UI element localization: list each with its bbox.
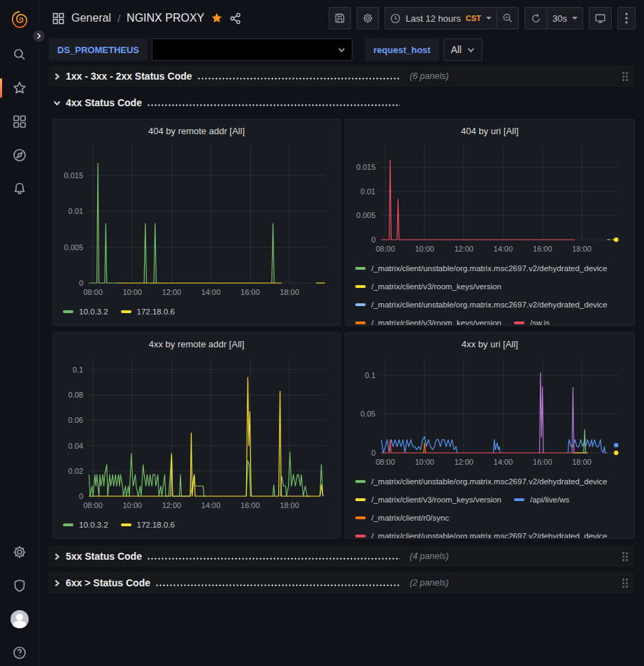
- save-dashboard-button[interactable]: [329, 7, 351, 29]
- request-host-variable-label[interactable]: request_host: [365, 38, 439, 61]
- configuration-nav-item[interactable]: [0, 535, 38, 569]
- svg-text:0.08: 0.08: [69, 391, 83, 399]
- row-header-4xx[interactable]: 4xx Status Code: [49, 92, 634, 113]
- breadcrumb-section[interactable]: General: [71, 12, 111, 24]
- sidebar-expand-button[interactable]: [31, 29, 46, 43]
- chevron-down-icon: [338, 46, 345, 54]
- legend: /_matrix/client/unstable/org.matrix.msc2…: [352, 472, 627, 539]
- legend-item[interactable]: /_matrix/client/unstable/org.matrix.msc2…: [355, 296, 608, 314]
- dotted-leader: [147, 556, 400, 560]
- refresh-interval-select[interactable]: 30s: [547, 7, 583, 29]
- search-icon: [13, 48, 27, 61]
- series-color-swatch: [63, 310, 73, 313]
- help-nav-item[interactable]: [0, 636, 38, 666]
- cycle-view-mode-button[interactable]: [589, 7, 612, 29]
- dotted-leader: [197, 75, 400, 80]
- zoom-out-time-button[interactable]: [496, 7, 519, 29]
- row-title: 4xx Status Code: [66, 97, 142, 108]
- more-options-button[interactable]: [617, 7, 636, 29]
- legend-item[interactable]: /_matrix/client/r0/sync: [355, 509, 449, 527]
- chevron-down-icon: [53, 99, 61, 107]
- breadcrumb: General / NGINX PROXY: [52, 12, 241, 25]
- panel-count: (6 panels): [410, 71, 449, 81]
- time-range-picker[interactable]: Last 12 hours CST: [385, 7, 496, 29]
- legend-item[interactable]: /_matrix/client/v3/room_keys/version: [355, 491, 501, 509]
- legend-item[interactable]: /_matrix/client/v3/room_keys/version: [355, 277, 501, 296]
- explore-nav-item[interactable]: [0, 138, 38, 172]
- datasource-variable-label[interactable]: DS_PROMETHEUS: [49, 38, 148, 61]
- dashboard-title[interactable]: NGINX PROXY: [127, 12, 204, 24]
- chart-canvas: 00.0050.010.01508:0010:0012:0014:0016:00…: [352, 143, 625, 256]
- row-header-5xx[interactable]: 5xx Status Code (4 panels): [49, 546, 634, 567]
- legend-item[interactable]: /_matrix/client/v3/room_keys/version: [355, 314, 501, 326]
- search-nav-item[interactable]: [0, 38, 38, 71]
- datasource-variable-select[interactable]: [152, 38, 352, 61]
- time-series-chart[interactable]: 00.0050.010.01508:0010:0012:0014:0016:00…: [352, 143, 627, 259]
- request-host-value: All: [451, 44, 462, 55]
- time-range-label: Last 12 hours: [406, 13, 461, 24]
- shield-icon: [13, 579, 27, 593]
- legend-item[interactable]: /_matrix/client/unstable/org.matrix.msc2…: [355, 527, 608, 539]
- request-host-variable-select[interactable]: All: [443, 38, 483, 61]
- time-picker-group: Last 12 hours CST: [385, 7, 519, 29]
- series-color-swatch: [355, 535, 366, 537]
- svg-text:0.1: 0.1: [73, 365, 83, 374]
- legend-item[interactable]: 172.18.0.6: [121, 516, 175, 534]
- row-drag-handle[interactable]: [622, 72, 628, 81]
- svg-text:08:00: 08:00: [83, 288, 103, 296]
- dashboard-settings-button[interactable]: [357, 7, 379, 29]
- time-series-chart[interactable]: 00.020.040.060.080.108:0010:0012:0014:00…: [60, 356, 333, 516]
- legend-item[interactable]: /api/live/ws: [514, 491, 569, 509]
- refresh-button[interactable]: [524, 7, 547, 29]
- gear-icon: [13, 545, 27, 559]
- legend-item[interactable]: /_matrix/client/unstable/org.matrix.msc2…: [355, 472, 608, 491]
- time-series-chart[interactable]: 00.050.108:0010:0012:0014:0016:0018:00: [352, 356, 627, 472]
- chart-canvas: 00.050.108:0010:0012:0014:0016:0018:00: [352, 356, 625, 470]
- series-color-swatch: [355, 321, 366, 324]
- legend-label: /_matrix/client/v3/room_keys/version: [371, 495, 501, 504]
- legend-item[interactable]: 10.0.3.2: [63, 516, 108, 534]
- svg-text:0.01: 0.01: [361, 187, 375, 196]
- svg-text:0.04: 0.04: [69, 442, 83, 450]
- svg-text:14:00: 14:00: [494, 458, 513, 466]
- row-header-6xx[interactable]: 6xx > Status Code (2 panels): [49, 572, 634, 593]
- row-drag-handle[interactable]: [622, 579, 628, 588]
- series-color-swatch: [121, 523, 131, 526]
- svg-text:0: 0: [371, 449, 375, 457]
- starred-nav-item[interactable]: [0, 71, 38, 105]
- time-series-chart[interactable]: 00.0050.010.01508:0010:0012:0014:0016:00…: [60, 143, 333, 303]
- legend: 10.0.3.2172.18.0.6: [60, 303, 333, 321]
- legend-item[interactable]: 10.0.3.2: [63, 303, 108, 321]
- series-color-swatch: [355, 303, 366, 306]
- apps-icon: [52, 12, 65, 25]
- dashboard-canvas: 1xx - 3xx - 2xx Status Code (6 panels) 4…: [39, 63, 644, 599]
- svg-text:0: 0: [371, 236, 375, 244]
- panel-title[interactable]: 4xx by uri [All]: [352, 337, 627, 356]
- legend-label: /_matrix/client/unstable/org.matrix.msc2…: [371, 301, 608, 309]
- legend-item[interactable]: /_matrix/client/unstable/org.matrix.msc2…: [355, 259, 608, 277]
- svg-text:12:00: 12:00: [162, 501, 182, 509]
- svg-text:0: 0: [79, 279, 83, 287]
- legend-item[interactable]: 172.18.0.6: [121, 303, 175, 321]
- svg-text:0.015: 0.015: [356, 163, 375, 171]
- share-icon[interactable]: [229, 13, 241, 24]
- server-admin-nav-item[interactable]: [0, 569, 38, 602]
- favorite-star-icon[interactable]: [210, 12, 223, 24]
- alerting-nav-item[interactable]: [0, 172, 38, 205]
- row-header-1xx-3xx-2xx[interactable]: 1xx - 3xx - 2xx Status Code (6 panels): [49, 66, 634, 87]
- legend-item[interactable]: /sw.js: [514, 314, 550, 326]
- series-color-swatch: [355, 480, 366, 483]
- panel-4xx-by-uri: 4xx by uri [All] 00.050.108:0010:0012:00…: [345, 332, 635, 539]
- svg-text:0.1: 0.1: [365, 371, 375, 379]
- user-profile-nav-item[interactable]: [0, 602, 38, 636]
- chart-canvas: 00.0050.010.01508:0010:0012:0014:0016:00…: [60, 143, 333, 300]
- panel-title[interactable]: 404 by remote addr [All]: [60, 124, 333, 143]
- panel-title[interactable]: 404 by uri [All]: [352, 124, 627, 143]
- series-color-swatch: [355, 498, 366, 501]
- svg-text:0.015: 0.015: [64, 171, 83, 180]
- row-drag-handle[interactable]: [622, 552, 628, 561]
- star-icon: [13, 81, 27, 95]
- dashboards-nav-item[interactable]: [0, 105, 38, 138]
- svg-text:10:00: 10:00: [415, 245, 434, 253]
- panel-title[interactable]: 4xx by remote addr [All]: [60, 337, 333, 356]
